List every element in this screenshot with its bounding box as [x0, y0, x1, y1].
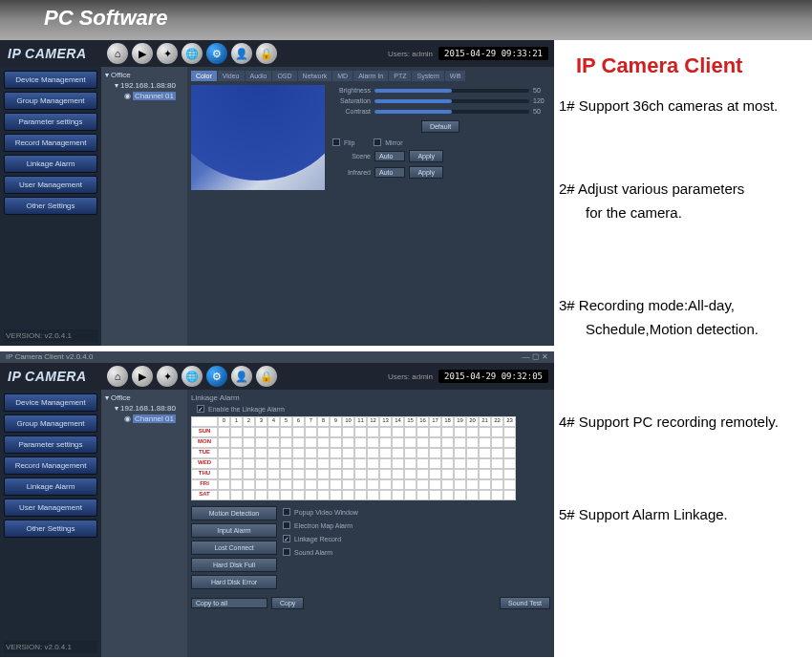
schedule-cell[interactable]	[317, 469, 330, 479]
schedule-cell[interactable]	[255, 437, 267, 448]
schedule-cell[interactable]	[429, 469, 441, 479]
schedule-cell[interactable]	[267, 448, 280, 458]
schedule-cell[interactable]	[354, 490, 367, 500]
schedule-cell[interactable]	[367, 458, 379, 469]
schedule-cell[interactable]	[330, 458, 342, 469]
schedule-cell[interactable]	[441, 427, 454, 437]
compass-icon[interactable]: ✦	[157, 366, 178, 387]
schedule-cell[interactable]	[305, 490, 317, 500]
schedule-cell[interactable]	[454, 469, 466, 479]
schedule-cell[interactable]	[218, 469, 230, 479]
schedule-cell[interactable]	[367, 448, 379, 458]
globe-icon[interactable]: 🌐	[182, 43, 203, 64]
tab-color[interactable]: Color	[191, 71, 217, 81]
schedule-cell[interactable]	[441, 490, 454, 500]
schedule-cell[interactable]	[379, 448, 392, 458]
schedule-cell[interactable]	[404, 427, 417, 437]
schedule-cell[interactable]	[267, 479, 280, 490]
tab-md[interactable]: MD	[332, 71, 353, 81]
schedule-cell[interactable]	[218, 427, 230, 437]
schedule-cell[interactable]	[367, 490, 379, 500]
schedule-cell[interactable]	[292, 437, 305, 448]
schedule-cell[interactable]	[305, 479, 317, 490]
schedule-cell[interactable]	[441, 469, 454, 479]
schedule-cell[interactable]	[441, 437, 454, 448]
motion-detection-button[interactable]: Motion Detection	[191, 506, 277, 520]
schedule-cell[interactable]	[317, 427, 330, 437]
gear-icon[interactable]: ⚙	[206, 366, 227, 387]
schedule-cell[interactable]	[342, 458, 354, 469]
lock-icon[interactable]: 🔒	[256, 43, 277, 64]
schedule-cell[interactable]	[354, 469, 367, 479]
schedule-cell[interactable]	[491, 479, 503, 490]
schedule-cell[interactable]	[392, 437, 404, 448]
schedule-cell[interactable]	[280, 479, 292, 490]
gear-icon[interactable]: ⚙	[206, 43, 227, 64]
schedule-cell[interactable]	[342, 437, 354, 448]
schedule-cell[interactable]	[491, 469, 503, 479]
schedule-cell[interactable]	[255, 469, 267, 479]
schedule-cell[interactable]	[342, 448, 354, 458]
schedule-cell[interactable]	[466, 490, 479, 500]
schedule-cell[interactable]	[354, 479, 367, 490]
schedule-cell[interactable]	[317, 490, 330, 500]
input-alarm-button[interactable]: Input Alarm	[191, 523, 277, 538]
schedule-cell[interactable]	[230, 427, 243, 437]
user-icon[interactable]: 👤	[231, 43, 252, 64]
schedule-cell[interactable]	[503, 437, 516, 448]
schedule-cell[interactable]	[280, 458, 292, 469]
schedule-cell[interactable]	[317, 479, 330, 490]
default-button[interactable]: Default	[421, 120, 459, 133]
schedule-cell[interactable]	[280, 437, 292, 448]
schedule-cell[interactable]	[417, 479, 429, 490]
schedule-cell[interactable]	[454, 427, 466, 437]
schedule-cell[interactable]	[379, 458, 392, 469]
schedule-cell[interactable]	[454, 437, 466, 448]
schedule-cell[interactable]	[280, 448, 292, 458]
schedule-cell[interactable]	[392, 490, 404, 500]
schedule-cell[interactable]	[317, 458, 330, 469]
tab-system[interactable]: System	[412, 71, 443, 81]
schedule-cell[interactable]	[367, 479, 379, 490]
schedule-cell[interactable]	[218, 448, 230, 458]
schedule-cell[interactable]	[367, 469, 379, 479]
schedule-cell[interactable]	[305, 448, 317, 458]
schedule-cell[interactable]	[466, 437, 479, 448]
play-icon[interactable]: ▶	[132, 366, 153, 387]
schedule-cell[interactable]	[404, 479, 417, 490]
schedule-cell[interactable]	[392, 427, 404, 437]
user-icon[interactable]: 👤	[231, 366, 252, 387]
schedule-cell[interactable]	[243, 437, 255, 448]
schedule-cell[interactable]	[243, 469, 255, 479]
sidebar-item-record[interactable]: Record Management	[4, 134, 97, 152]
sidebar-item-linkage[interactable]: Linkage Alarm	[4, 478, 97, 496]
copy-to-select[interactable]: Copy to all	[191, 598, 267, 608]
tree-channel[interactable]: ◉ Channel 01	[124, 92, 183, 100]
sidebar-item-group[interactable]: Group Management	[4, 414, 97, 433]
hard-disk-error-button[interactable]: Hard Disk Error	[191, 575, 277, 589]
schedule-cell[interactable]	[491, 437, 503, 448]
sidebar-item-record[interactable]: Record Management	[4, 456, 97, 475]
schedule-cell[interactable]	[330, 469, 342, 479]
schedule-cell[interactable]	[454, 458, 466, 469]
schedule-cell[interactable]	[454, 448, 466, 458]
schedule-cell[interactable]	[404, 448, 417, 458]
schedule-cell[interactable]	[417, 469, 429, 479]
schedule-cell[interactable]	[267, 490, 280, 500]
schedule-cell[interactable]	[255, 448, 267, 458]
schedule-cell[interactable]	[429, 479, 441, 490]
schedule-cell[interactable]	[317, 437, 330, 448]
schedule-cell[interactable]	[330, 437, 342, 448]
schedule-cell[interactable]	[367, 427, 379, 437]
schedule-cell[interactable]	[392, 458, 404, 469]
schedule-cell[interactable]	[292, 479, 305, 490]
schedule-cell[interactable]	[280, 469, 292, 479]
schedule-cell[interactable]	[354, 437, 367, 448]
lock-icon[interactable]: 🔒	[256, 366, 277, 387]
schedule-cell[interactable]	[230, 469, 243, 479]
sidebar-item-device[interactable]: Device Management	[4, 393, 97, 412]
brightness-slider[interactable]	[374, 89, 529, 93]
schedule-cell[interactable]	[255, 479, 267, 490]
sound-alarm-checkbox[interactable]	[283, 548, 290, 556]
contrast-slider[interactable]	[374, 110, 529, 114]
